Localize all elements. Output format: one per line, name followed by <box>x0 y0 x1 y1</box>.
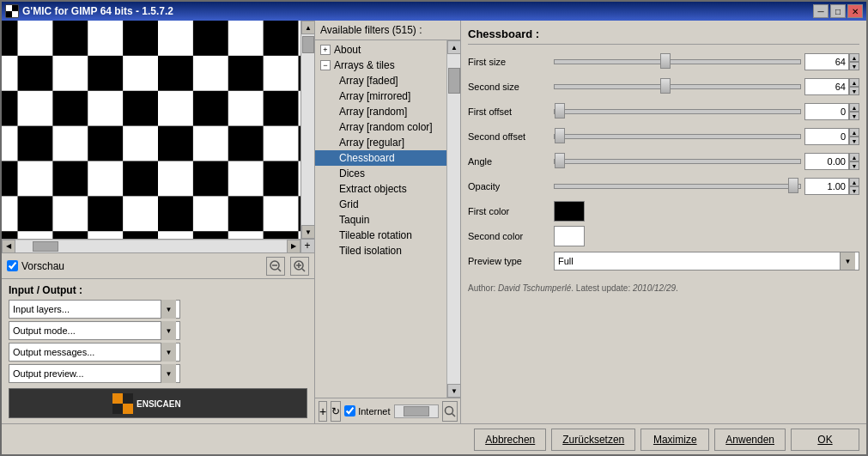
output-preview-arrow[interactable]: ▼ <box>161 364 176 383</box>
arrays-expand-icon[interactable]: − <box>320 60 331 70</box>
second-size-thumb[interactable] <box>660 78 671 94</box>
list-item[interactable]: Array [regular] <box>315 135 446 150</box>
opacity-track[interactable] <box>554 184 801 189</box>
filter-hscroll-thumb[interactable] <box>404 406 429 416</box>
second-offset-track[interactable] <box>554 134 801 139</box>
output-preview-value: Output preview... <box>13 368 161 379</box>
list-item[interactable]: Taquin <box>315 212 446 228</box>
filter-hscrollbar[interactable] <box>394 404 439 418</box>
filter-search-btn[interactable] <box>442 401 458 422</box>
output-messages-arrow[interactable]: ▼ <box>161 343 176 362</box>
scroll-down-btn[interactable]: ▼ <box>301 225 314 239</box>
first-color-swatch[interactable] <box>554 201 585 222</box>
preview-type-dropdown[interactable]: Full ▼ <box>554 252 859 271</box>
first-size-track[interactable] <box>554 59 801 64</box>
filter-scroll-thumb[interactable] <box>448 68 460 94</box>
angle-value[interactable]: 0.00 <box>804 153 849 170</box>
filter-vscrollbar[interactable]: ▲ ▼ <box>446 40 460 398</box>
bottom-bar: Abbrechen Zurücksetzen Maximize Anwenden… <box>2 423 866 454</box>
preview-type-arrow[interactable]: ▼ <box>840 252 855 270</box>
list-item-chessboard[interactable]: Chessboard <box>315 150 446 166</box>
output-mode-dropdown[interactable]: Output mode... ▼ <box>9 321 180 340</box>
output-mode-arrow[interactable]: ▼ <box>161 321 176 340</box>
opacity-value[interactable]: 1.00 <box>804 178 849 195</box>
output-preview-dropdown[interactable]: Output preview... ▼ <box>9 364 180 383</box>
preview-vscrollbar[interactable]: ▲ ▼ <box>300 21 314 239</box>
list-item[interactable]: Tileable rotation <box>315 228 446 243</box>
apply-button[interactable]: Anwenden <box>714 429 786 451</box>
first-size-up[interactable]: ▲ <box>849 53 859 62</box>
zoom-out-btn[interactable] <box>266 257 285 276</box>
angle-slider <box>554 153 801 170</box>
first-offset-track[interactable] <box>554 109 801 114</box>
input-layers-arrow[interactable]: ▼ <box>161 300 176 319</box>
list-item[interactable]: Array [random] <box>315 104 446 119</box>
scroll-up-btn[interactable]: ▲ <box>301 21 314 34</box>
angle-track[interactable] <box>554 159 801 164</box>
maximize-button[interactable]: □ <box>830 4 846 18</box>
first-size-down[interactable]: ▼ <box>849 62 859 70</box>
input-layers-row: Input layers... ▼ <box>9 300 307 319</box>
list-item[interactable]: Dices <box>315 166 446 181</box>
reset-button[interactable]: Zurücksetzen <box>551 429 635 451</box>
minimize-button[interactable]: ─ <box>813 4 829 18</box>
first-offset-down[interactable]: ▼ <box>849 112 859 120</box>
list-item[interactable]: Array [mirrored] <box>315 88 446 104</box>
second-size-down[interactable]: ▼ <box>849 87 859 95</box>
first-offset-value[interactable]: 0 <box>804 103 849 120</box>
second-offset-up[interactable]: ▲ <box>849 128 859 137</box>
list-item[interactable]: Extract objects <box>315 181 446 197</box>
second-offset-thumb[interactable] <box>555 128 565 143</box>
opacity-up[interactable]: ▲ <box>849 178 859 186</box>
scroll-thumb-v[interactable] <box>302 36 314 53</box>
internet-checkbox-group[interactable]: Internet <box>344 405 390 416</box>
zoom-corner-btn[interactable]: + <box>301 240 313 252</box>
list-item[interactable]: Array [faded] <box>315 73 446 88</box>
output-preview-row: Output preview... ▼ <box>9 364 307 383</box>
zoom-in-btn[interactable] <box>290 257 309 276</box>
second-color-swatch[interactable] <box>554 226 585 246</box>
cancel-button[interactable]: Abbrechen <box>474 429 546 451</box>
logo-area: ENSICAEN <box>9 388 307 418</box>
first-offset-thumb[interactable] <box>555 103 565 119</box>
list-item[interactable]: Array [random color] <box>315 119 446 135</box>
input-layers-dropdown[interactable]: Input layers... ▼ <box>9 300 180 319</box>
second-offset-down[interactable]: ▼ <box>849 137 859 145</box>
angle-thumb[interactable] <box>555 153 565 168</box>
close-button[interactable]: ✕ <box>847 4 863 18</box>
filter-group-arrays[interactable]: − Arrays & tiles <box>315 58 446 73</box>
refresh-filter-btn[interactable]: ↻ <box>331 401 341 422</box>
add-filter-btn[interactable]: + <box>319 401 327 422</box>
output-messages-dropdown[interactable]: Output messages... ▼ <box>9 343 180 362</box>
preview-hscrollbar[interactable]: ◀ ▶ <box>2 239 300 252</box>
ok-button[interactable]: OK <box>791 429 859 451</box>
svg-line-11 <box>278 269 281 271</box>
first-size-thumb[interactable] <box>660 53 671 69</box>
filter-scroll-up[interactable]: ▲ <box>447 40 460 54</box>
maximize-button[interactable]: Maximize <box>640 429 709 451</box>
second-size-up[interactable]: ▲ <box>849 78 859 87</box>
second-size-track[interactable] <box>554 84 801 89</box>
io-panel: Input / Output : Input layers... ▼ Outpu… <box>2 278 314 423</box>
scroll-thumb-h[interactable] <box>33 241 58 252</box>
first-offset-up[interactable]: ▲ <box>849 103 859 112</box>
list-item[interactable]: Grid <box>315 197 446 212</box>
angle-up[interactable]: ▲ <box>849 153 859 161</box>
opacity-down[interactable]: ▼ <box>849 186 859 195</box>
angle-down[interactable]: ▼ <box>849 161 859 170</box>
filter-scroll-down[interactable]: ▼ <box>447 384 460 398</box>
second-size-value[interactable]: 64 <box>804 78 849 95</box>
first-size-value[interactable]: 64 <box>804 53 849 70</box>
preview-checkbox-label[interactable]: Vorschau <box>7 260 64 272</box>
scroll-right-btn[interactable]: ▶ <box>287 240 300 253</box>
opacity-thumb[interactable] <box>788 178 798 193</box>
about-expand-icon[interactable]: + <box>320 45 331 55</box>
preview-checkbox[interactable] <box>7 260 18 271</box>
list-item[interactable]: Tiled isolation <box>315 243 446 258</box>
scroll-left-btn[interactable]: ◀ <box>2 240 15 253</box>
internet-checkbox[interactable] <box>344 405 355 416</box>
second-offset-row: Second offset 0 ▲ ▼ <box>468 126 859 147</box>
second-offset-value[interactable]: 0 <box>804 128 849 145</box>
opacity-row: Opacity 1.00 ▲ ▼ <box>468 176 859 197</box>
filter-group-about[interactable]: + About <box>315 42 446 58</box>
